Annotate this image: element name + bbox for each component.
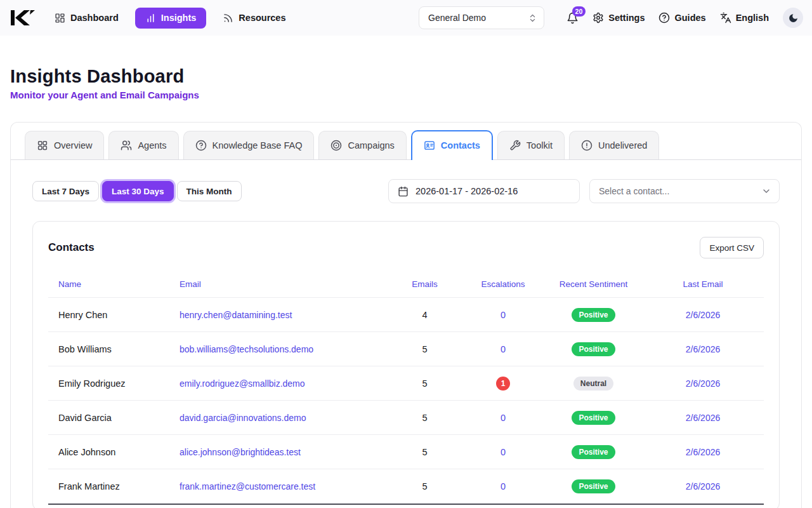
contacts-card: Contacts Export CSV Name Email Emails Es…	[32, 221, 780, 508]
moon-icon	[788, 13, 799, 23]
last-email-date: 2/6/2026	[642, 310, 764, 320]
emails-count: 4	[388, 310, 461, 320]
tab-knowledge-base-faq[interactable]: Knowledge Base FAQ	[183, 131, 315, 159]
table-row: Emily Rodriguez emily.rodriguez@smallbiz…	[48, 366, 764, 401]
last-email-date: 2/6/2026	[642, 344, 764, 354]
escalations-cell: 0	[461, 344, 545, 355]
nav-dashboard[interactable]: Dashboard	[55, 13, 119, 23]
tab-contacts[interactable]: Contacts	[411, 130, 493, 160]
tab-agents-label: Agents	[138, 140, 166, 150]
settings-button[interactable]: Settings	[593, 12, 645, 23]
tab-toolkit-label: Toolkit	[527, 140, 553, 150]
escalations-cell: 1	[461, 377, 545, 391]
last-email-date: 2/6/2026	[642, 447, 764, 457]
resources-icon	[223, 13, 233, 23]
sentiment-badge: Positive	[572, 479, 615, 493]
tab-overview[interactable]: Overview	[25, 131, 104, 159]
page-subtitle: Monitor your Agent and Email Campaigns	[10, 90, 802, 100]
tab-undelivered-label: Undelivered	[598, 140, 647, 150]
grid-icon	[37, 140, 48, 151]
chevron-down-icon	[761, 186, 771, 196]
sentiment-badge: Positive	[572, 445, 615, 459]
theme-toggle[interactable]	[783, 8, 803, 28]
main-content: Insights Dashboard Monitor your Agent an…	[0, 66, 812, 508]
contact-name: Emily Rodriguez	[58, 378, 169, 389]
escalations-value: 0	[501, 413, 506, 423]
language-button[interactable]: English	[720, 12, 769, 23]
chevrons-up-down-icon	[528, 13, 537, 23]
workspace-select-value: General Demo	[428, 13, 486, 23]
sentiment-badge: Neutral	[573, 377, 613, 391]
table-row: Henry Chen henry.chen@datamining.test 4 …	[48, 298, 764, 332]
guides-button[interactable]: Guides	[658, 12, 705, 23]
contacts-table-body: Henry Chen henry.chen@datamining.test 4 …	[48, 298, 764, 504]
contact-select[interactable]: Select a contact...	[589, 179, 780, 203]
escalations-value: 0	[501, 481, 506, 491]
emails-count: 5	[388, 447, 461, 457]
date-range-picker[interactable]: 2026-01-17 - 2026-02-16	[388, 179, 580, 203]
sentiment-badge: Positive	[572, 342, 615, 356]
contacts-table-header: Name Email Emails Escalations Recent Sen…	[48, 271, 764, 298]
tab-undelivered[interactable]: Undelivered	[569, 131, 659, 159]
nav-dashboard-label: Dashboard	[70, 13, 119, 23]
filter-row: Last 7 Days Last 30 Days This Month 2026…	[32, 179, 780, 203]
contacts-card-title: Contacts	[48, 241, 95, 254]
tab-campaigns-label: Campaigns	[348, 140, 394, 150]
table-row: Bob Williams bob.williams@techsolutions.…	[48, 332, 764, 366]
last-email-date: 2/6/2026	[642, 413, 764, 423]
column-header-email: Email	[169, 279, 388, 289]
contact-email-link[interactable]: emily.rodriguez@smallbiz.demo	[169, 378, 388, 389]
help-circle-icon	[658, 12, 670, 23]
users-icon	[121, 140, 132, 151]
column-header-emails: Emails	[388, 279, 461, 289]
notifications-button[interactable]: 20	[566, 12, 579, 24]
workspace-select[interactable]: General Demo	[419, 6, 544, 29]
insights-icon	[145, 13, 156, 23]
last-email-date: 2/6/2026	[642, 378, 764, 389]
sentiment-cell: Positive	[545, 411, 642, 425]
range-last-30-days-button[interactable]: Last 30 Days	[102, 181, 174, 201]
settings-label: Settings	[608, 13, 645, 23]
date-range-value: 2026-01-17 - 2026-02-16	[416, 186, 518, 196]
tab-toolkit[interactable]: Toolkit	[497, 131, 565, 159]
escalations-value: 0	[501, 447, 506, 457]
export-csv-button[interactable]: Export CSV	[700, 237, 764, 258]
app-logo[interactable]	[9, 10, 37, 26]
sentiment-cell: Positive	[545, 308, 642, 322]
contact-email-link[interactable]: alice.johnson@brightideas.test	[169, 447, 388, 457]
escalations-value: 0	[501, 344, 506, 354]
tab-overview-label: Overview	[54, 140, 92, 150]
contact-email-link[interactable]: bob.williams@techsolutions.demo	[169, 344, 388, 354]
page-title: Insights Dashboard	[10, 66, 802, 87]
dashboard-icon	[55, 13, 65, 23]
nav-insights-label: Insights	[161, 13, 197, 23]
column-header-name: Name	[58, 279, 169, 289]
range-last-7-days-button[interactable]: Last 7 Days	[32, 181, 99, 201]
guides-label: Guides	[674, 13, 705, 23]
emails-count: 5	[388, 481, 461, 491]
contact-name: Alice Johnson	[58, 447, 169, 457]
sentiment-cell: Positive	[545, 479, 642, 493]
gear-icon	[593, 12, 604, 23]
nav-resources[interactable]: Resources	[223, 13, 285, 23]
nav-insights[interactable]: Insights	[135, 8, 207, 29]
language-label: English	[736, 13, 769, 23]
top-navigation-bar: Dashboard Insights Resources General Dem…	[0, 0, 812, 36]
escalations-cell: 0	[461, 309, 545, 321]
calendar-icon	[398, 186, 409, 197]
tab-knowledge-base-faq-label: Knowledge Base FAQ	[213, 140, 303, 150]
tab-bar: Overview Agents Knowledge Base FAQ Campa…	[11, 123, 801, 160]
sentiment-cell: Positive	[545, 342, 642, 356]
contact-email-link[interactable]: henry.chen@datamining.test	[169, 310, 388, 320]
emails-count: 5	[388, 378, 461, 389]
escalation-count-badge: 1	[496, 377, 510, 391]
range-this-month-button[interactable]: This Month	[177, 181, 242, 201]
sentiment-cell: Positive	[545, 445, 642, 459]
emails-count: 5	[388, 344, 461, 354]
contact-email-link[interactable]: frank.martinez@customercare.test	[169, 481, 388, 491]
escalations-value: 0	[501, 310, 506, 320]
contact-email-link[interactable]: david.garcia@innovations.demo	[169, 413, 388, 423]
tab-campaigns[interactable]: Campaigns	[318, 131, 406, 159]
tab-agents[interactable]: Agents	[108, 131, 178, 159]
column-header-last-email: Last Email	[642, 279, 764, 289]
